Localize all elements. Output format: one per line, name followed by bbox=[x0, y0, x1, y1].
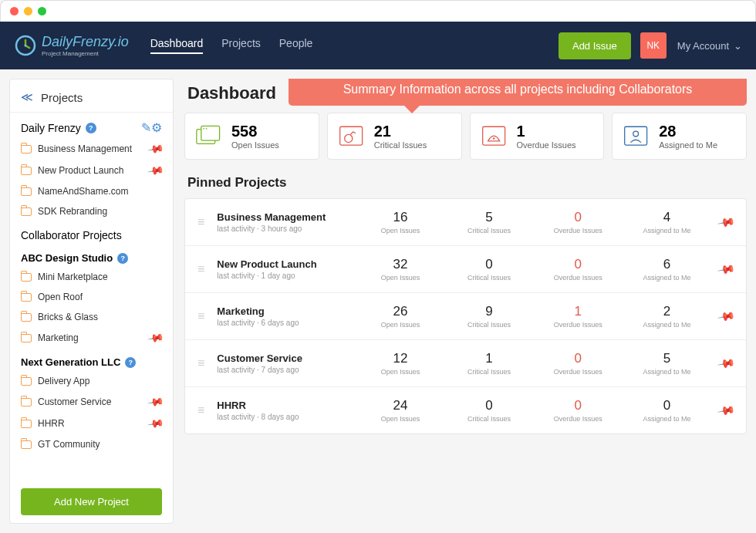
clock-icon bbox=[14, 34, 37, 57]
metric-1: 9Critical Issues bbox=[445, 304, 534, 329]
brand-logo[interactable]: DailyFrenzy.ioProject Management bbox=[14, 34, 129, 57]
project-name: HHRR bbox=[38, 418, 65, 429]
pin-icon[interactable]: 📌 bbox=[717, 212, 737, 232]
user-avatar[interactable]: NK bbox=[640, 32, 667, 59]
svg-point-4 bbox=[203, 127, 204, 129]
stat-assigned-to-me[interactable]: 28Assigned to Me bbox=[612, 113, 747, 160]
metric-label: Open Issues bbox=[356, 274, 444, 282]
pin-icon[interactable]: 📌 bbox=[147, 415, 164, 433]
metric-label: Open Issues bbox=[356, 368, 444, 376]
chevron-down-icon: ⌄ bbox=[734, 40, 742, 52]
drag-handle-icon[interactable]: ≡ bbox=[197, 356, 204, 370]
folder-icon bbox=[21, 377, 32, 386]
metric-value: 0 bbox=[534, 351, 623, 366]
drag-handle-icon[interactable]: ≡ bbox=[197, 309, 204, 323]
project-name: Open Roof bbox=[38, 292, 83, 302]
sidebar-item-project[interactable]: Marketing📌 bbox=[10, 327, 173, 349]
project-row[interactable]: ≡Business Managementlast activity · 3 ho… bbox=[185, 199, 746, 246]
pin-icon[interactable]: 📌 bbox=[147, 162, 164, 180]
pin-icon[interactable]: 📌 bbox=[717, 400, 737, 420]
minimize-window-dot[interactable] bbox=[24, 7, 32, 15]
project-name: Business Management bbox=[38, 143, 132, 154]
sidebar-item-project[interactable]: SDK Rebranding bbox=[10, 201, 173, 221]
metric-label: Critical Issues bbox=[445, 368, 534, 376]
sidebar-title: Projects bbox=[41, 91, 83, 104]
pin-icon[interactable]: 📌 bbox=[717, 259, 737, 279]
project-row[interactable]: ≡Marketinglast activity · 6 days ago26Op… bbox=[185, 293, 746, 340]
sidebar-item-project[interactable]: NameAndShame.com bbox=[10, 181, 173, 201]
metric-value: 0 bbox=[445, 398, 534, 413]
pin-icon[interactable]: 📌 bbox=[147, 140, 164, 158]
main-content: Summary Information across all projects … bbox=[184, 79, 747, 524]
pin-icon[interactable]: 📌 bbox=[147, 329, 164, 347]
my-account-menu[interactable]: My Account ⌄ bbox=[677, 40, 742, 52]
close-window-dot[interactable] bbox=[10, 7, 19, 15]
sidebar-org[interactable]: Daily Frenzy ? ✎⚙ bbox=[10, 113, 173, 138]
my-account-label: My Account bbox=[677, 40, 729, 52]
metric-value: 1 bbox=[534, 304, 623, 319]
window-chrome bbox=[0, 0, 756, 22]
metric-label: Assigned to Me bbox=[623, 274, 711, 282]
sidebar-item-project[interactable]: Business Management📌 bbox=[10, 138, 173, 160]
stat-critical-issues[interactable]: 21Critical Issues bbox=[327, 113, 462, 160]
metric-label: Open Issues bbox=[356, 415, 444, 423]
help-icon[interactable]: ? bbox=[117, 253, 128, 264]
project-activity: last activity · 7 days ago bbox=[217, 366, 356, 374]
project-name: GT Community bbox=[38, 439, 100, 450]
add-issue-button[interactable]: Add Issue bbox=[559, 32, 631, 59]
svg-point-9 bbox=[492, 137, 494, 140]
help-icon[interactable]: ? bbox=[86, 123, 96, 133]
metric-0: 16Open Issues bbox=[356, 210, 444, 234]
sidebar-item-project[interactable]: HHRR📌 bbox=[10, 413, 173, 434]
sidebar-item-project[interactable]: New Product Launch📌 bbox=[10, 160, 173, 181]
drag-handle-icon[interactable]: ≡ bbox=[197, 215, 204, 229]
windows-icon bbox=[196, 125, 222, 148]
metric-value: 2 bbox=[623, 304, 711, 319]
bomb-icon bbox=[339, 125, 365, 148]
project-row[interactable]: ≡Customer Servicelast activity · 7 days … bbox=[185, 340, 746, 387]
sidebar-item-project[interactable]: Customer Service📌 bbox=[10, 391, 173, 413]
settings-icon[interactable]: ✎⚙ bbox=[141, 120, 162, 135]
sidebar-item-project[interactable]: GT Community bbox=[10, 434, 173, 454]
project-row[interactable]: ≡New Product Launchlast activity · 1 day… bbox=[185, 246, 746, 293]
folder-icon bbox=[21, 420, 32, 428]
metric-value: 0 bbox=[534, 210, 623, 225]
metric-2: 0Overdue Issues bbox=[534, 351, 623, 376]
nav-people[interactable]: People bbox=[279, 37, 313, 54]
drag-handle-icon[interactable]: ≡ bbox=[197, 262, 204, 276]
svg-point-11 bbox=[633, 131, 639, 137]
nav-dashboard[interactable]: Dashboard bbox=[150, 37, 204, 54]
svg-rect-10 bbox=[625, 127, 647, 145]
pin-icon[interactable]: 📌 bbox=[147, 393, 164, 411]
metric-3: 5Assigned to Me bbox=[623, 351, 711, 376]
collab-group-header[interactable]: ABC Design Studio ? bbox=[10, 245, 173, 267]
metric-label: Overdue Issues bbox=[534, 415, 623, 423]
drag-handle-icon[interactable]: ≡ bbox=[197, 403, 204, 417]
sidebar-item-project[interactable]: Mini Marketplace bbox=[10, 267, 173, 287]
metric-value: 5 bbox=[623, 351, 711, 366]
top-nav: Dashboard Projects People bbox=[150, 37, 313, 54]
sidebar-item-project[interactable]: Delivery App bbox=[10, 371, 173, 391]
collab-group-header[interactable]: Next Generation LLC ? bbox=[10, 349, 173, 371]
project-row[interactable]: ≡HHRRlast activity · 8 days ago24Open Is… bbox=[185, 387, 746, 433]
stat-open-issues[interactable]: 558Open Issues bbox=[184, 113, 319, 160]
svg-point-7 bbox=[344, 134, 352, 142]
stat-overdue-issues[interactable]: 1Overdue Issues bbox=[470, 113, 605, 160]
metric-2: 1Overdue Issues bbox=[534, 304, 623, 329]
help-icon[interactable]: ? bbox=[125, 357, 136, 368]
person-icon bbox=[623, 125, 650, 148]
project-activity: last activity · 3 hours ago bbox=[217, 224, 356, 233]
pin-icon[interactable]: 📌 bbox=[717, 353, 737, 373]
maximize-window-dot[interactable] bbox=[38, 7, 46, 15]
folder-icon bbox=[21, 334, 32, 342]
sidebar-item-project[interactable]: Bricks & Glass bbox=[10, 307, 173, 327]
pin-icon[interactable]: 📌 bbox=[717, 306, 737, 326]
nav-projects[interactable]: Projects bbox=[221, 37, 261, 54]
add-project-button[interactable]: Add New Project bbox=[21, 488, 162, 515]
collapse-icon[interactable]: ≪ bbox=[21, 90, 33, 104]
metric-value: 0 bbox=[445, 257, 534, 272]
stat-value: 1 bbox=[517, 123, 576, 140]
metric-label: Assigned to Me bbox=[623, 415, 711, 423]
sidebar-item-project[interactable]: Open Roof bbox=[10, 287, 173, 307]
sidebar-header: ≪ Projects bbox=[10, 87, 173, 113]
